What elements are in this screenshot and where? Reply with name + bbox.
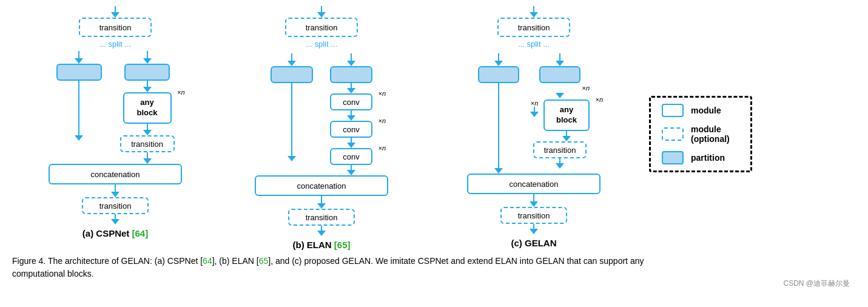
- elan-xn1: ×n: [378, 90, 386, 97]
- cspnet-transition-bot: transition: [82, 197, 149, 214]
- elan-conv2: conv: [330, 121, 372, 138]
- elan-conv3: conv: [330, 148, 372, 165]
- elan-transition-bot: transition: [288, 209, 355, 226]
- legend-filled-box: [662, 151, 684, 164]
- cspnet-xn: ×n: [177, 89, 185, 96]
- caption-text: Figure 4. The architecture of GELAN: (a)…: [12, 256, 644, 278]
- caption-ref1: 64: [203, 256, 212, 266]
- diagrams-row: transition ... split ...: [12, 6, 856, 250]
- elan-xn2: ×n: [378, 117, 386, 124]
- caption-ref2: 65: [259, 256, 269, 266]
- elan-concatenation: concatenation: [255, 175, 388, 196]
- cspnet-partition-right: [124, 64, 170, 81]
- elan-partition-right: [330, 66, 372, 83]
- gelan-xn: ×n: [595, 96, 603, 103]
- elan-conv1: conv: [330, 93, 372, 110]
- diagram-cspnet: transition ... split ...: [12, 6, 218, 238]
- elan-transition-top: transition: [285, 18, 358, 37]
- legend-dashed-box: [662, 127, 684, 141]
- gelan-transition-bot: transition: [500, 207, 567, 224]
- gelan-label: (c) GELAN: [511, 238, 557, 248]
- gelan-any-block: anyblock: [543, 100, 590, 131]
- cspnet-transition-top: transition: [79, 18, 152, 37]
- elan-xn3: ×n: [378, 144, 386, 152]
- gelan-partition-left: [478, 66, 519, 83]
- legend-item-partition: partition: [662, 151, 739, 164]
- cspnet-partition-left: [56, 64, 102, 81]
- legend: module module(optional) partition: [649, 96, 752, 172]
- diagram-elan: transition ... split ...: [218, 6, 425, 250]
- gelan-concatenation: concatenation: [467, 174, 601, 194]
- watermark: CSDN @迪菲赫尔曼: [783, 278, 850, 289]
- cspnet-label: (a) CSPNet [64]: [82, 228, 148, 238]
- cspnet-concatenation: concatenation: [49, 164, 182, 184]
- legend-solid-box: [662, 104, 684, 117]
- cspnet-any-block: anyblock: [123, 92, 172, 124]
- legend-item-optional: module(optional): [662, 124, 739, 144]
- gelan-transition-top: transition: [497, 18, 570, 37]
- diagram-gelan: transition ... split ...: [425, 6, 643, 248]
- legend-item-module: module: [662, 104, 739, 117]
- main-container: transition ... split ...: [0, 0, 868, 307]
- legend-optional-label: module(optional): [691, 124, 730, 144]
- legend-partition-label: partition: [691, 153, 725, 163]
- legend-module-label: module: [691, 106, 721, 115]
- caption: Figure 4. The architecture of GELAN: (a)…: [12, 255, 679, 280]
- gelan-partition-right: [539, 66, 580, 83]
- cspnet-transition-mid: transition: [120, 135, 175, 152]
- gelan-transition-mid: transition: [533, 141, 587, 158]
- elan-partition-left: [271, 66, 313, 83]
- elan-label: (b) ELAN [65]: [292, 240, 350, 250]
